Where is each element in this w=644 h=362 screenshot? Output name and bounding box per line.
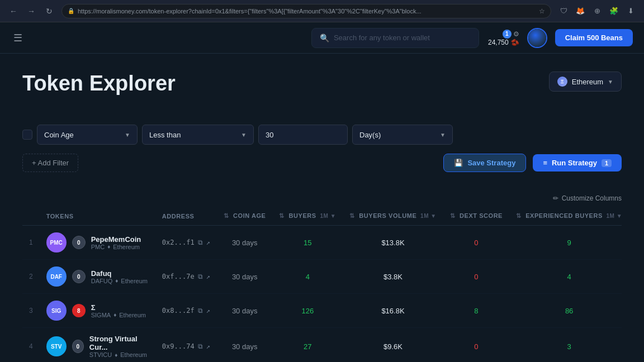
external-link-icon-2[interactable]: ↗ xyxy=(206,307,210,315)
external-link-icon-3[interactable]: ↗ xyxy=(206,342,210,350)
token-chain-0: Ethereum xyxy=(113,244,140,250)
exp-period-filter[interactable]: 1M ▼ xyxy=(606,213,622,219)
claim-button[interactable]: Claim 500 Beans xyxy=(555,29,633,46)
extensions-button[interactable]: 🛡 xyxy=(557,4,570,18)
filter-unit-select[interactable]: Day(s) ▼ xyxy=(352,125,453,145)
browser-actions: 🛡 🦊 ⊕ 🧩 ⬇ xyxy=(557,4,637,18)
nav-right: 1 ⚙ 24,750 🫘 Claim 500 Beans xyxy=(488,28,633,48)
buyers-volume-1: $3.8K xyxy=(343,260,443,294)
buyers-volume-3: $9.6K xyxy=(343,328,443,363)
refresh-button[interactable]: ↻ xyxy=(42,4,56,18)
browser-chrome: ← → ↻ 🔒 https://moralismoney.com/token-e… xyxy=(0,0,644,22)
col-exp-label: EXPERIENCED BUYERS xyxy=(525,212,603,219)
save-strategy-button[interactable]: 💾 Save Strategy xyxy=(443,154,526,172)
col-buyers-label: BUYERS xyxy=(289,212,316,219)
external-link-icon-1[interactable]: ↗ xyxy=(206,273,210,280)
table-row: 1 PMC 0 PepeMemCoin PMC ♦ Ethereum 0x2..… xyxy=(22,226,622,260)
external-link-icon-0[interactable]: ↗ xyxy=(206,239,210,246)
buyers-volume-2: $16.8K xyxy=(343,294,443,328)
token-info-0: PMC 0 PepeMemCoin PMC ♦ Ethereum xyxy=(46,232,149,253)
buyers-period-filter[interactable]: 1M ▼ xyxy=(320,213,336,219)
token-name-0: PepeMemCoin xyxy=(91,235,141,244)
filter-field-select[interactable]: Coin Age ▼ xyxy=(37,125,138,145)
filter-condition-label: Less than xyxy=(149,131,236,139)
col-address: ADDRESS xyxy=(155,207,217,226)
table-row: 2 DAF 0 Dafuq DAFUQ ♦ Ethereum 0xf...7e … xyxy=(22,260,622,294)
address-display-3: 0x9...74 ⧉ ↗ xyxy=(162,342,210,350)
eth-icon-3: ♦ xyxy=(115,352,117,358)
col-num xyxy=(22,207,40,226)
token-name-2: Σ xyxy=(91,303,146,312)
url-bar[interactable]: 🔒 https://moralismoney.com/token-explore… xyxy=(61,4,551,18)
add-filter-button[interactable]: + Add Filter xyxy=(22,154,78,172)
run-strategy-label: Run Strategy xyxy=(552,159,597,167)
buyers-0: 15 xyxy=(272,226,343,260)
exp-buyers-2: 86 xyxy=(509,294,622,328)
buyers-1: 4 xyxy=(272,260,343,294)
profile-button[interactable]: 🦊 xyxy=(574,4,587,18)
table-container: TOKENS ADDRESS ⇅ COIN AGE ⇅ BUYERS 1M xyxy=(22,207,622,362)
exp-buyers-0: 9 xyxy=(509,226,622,260)
filter-condition-select[interactable]: Less than ▼ xyxy=(142,125,254,145)
col-buyers-volume[interactable]: ⇅ BUYERS VOLUME 1M ▼ xyxy=(343,207,443,226)
token-info-1: DAF 0 Dafuq DAFUQ ♦ Ethereum xyxy=(46,266,149,287)
save-icon: 💾 xyxy=(454,159,463,167)
filter-unit-label: Day(s) xyxy=(359,131,435,139)
filter-checkbox[interactable] xyxy=(22,130,32,140)
filter-field-label: Coin Age xyxy=(44,131,120,139)
col-buyers[interactable]: ⇅ BUYERS 1M ▼ xyxy=(272,207,343,226)
filter-field-chevron-icon: ▼ xyxy=(125,132,130,138)
col-coin-age[interactable]: ⇅ COIN AGE xyxy=(217,207,273,226)
row-number-2: 3 xyxy=(22,294,40,328)
coin-age-0: 30 days xyxy=(217,226,273,260)
eth-icon-1: ♦ xyxy=(115,278,118,284)
copy-icon-2[interactable]: ⧉ xyxy=(198,307,203,315)
exp-sort-icon: ⇅ xyxy=(516,212,522,219)
hamburger-menu[interactable]: ☰ xyxy=(11,30,25,46)
copy-icon-3[interactable]: ⧉ xyxy=(198,342,203,350)
buyers-2: 126 xyxy=(272,294,343,328)
copy-icon-1[interactable]: ⧉ xyxy=(198,273,203,280)
token-name-1: Dafuq xyxy=(91,269,148,278)
customize-columns-button[interactable]: ✏ Customize Columns xyxy=(553,194,622,202)
filter-condition-chevron-icon: ▼ xyxy=(241,132,247,138)
dext-score-1: 0 xyxy=(443,260,509,294)
search-icon: 🔍 xyxy=(320,34,329,42)
token-details-1: Dafuq DAFUQ ♦ Ethereum xyxy=(91,269,148,284)
run-strategy-button[interactable]: ≡ Run Strategy 1 xyxy=(533,154,622,172)
chain-chevron-icon: ▼ xyxy=(608,79,613,85)
token-info-2: SIG 8 Σ SIGMA ♦ Ethereum xyxy=(46,301,149,321)
download-button[interactable]: ⬇ xyxy=(624,4,637,18)
col-dext-label: DEXT SCORE xyxy=(460,212,503,219)
search-bar[interactable]: 🔍 Search for any token or wallet xyxy=(311,28,479,48)
filter-value-input[interactable] xyxy=(258,125,348,145)
star-icon[interactable]: ☆ xyxy=(539,7,545,15)
page-title: Token Explorer xyxy=(22,72,176,96)
avatar[interactable] xyxy=(527,28,547,48)
token-cell-0: PMC 0 PepeMemCoin PMC ♦ Ethereum xyxy=(40,226,155,260)
extensions-mgr-button[interactable]: 🧩 xyxy=(607,4,621,18)
coin-age-2: 30 days xyxy=(217,294,273,328)
coin-age-3: 30 days xyxy=(217,328,273,363)
token-cell-3: STV 0 Strong Virtual Cur... STVICU ♦ Eth… xyxy=(40,328,155,363)
chain-selector[interactable]: Ξ Ethereum ▼ xyxy=(549,72,622,92)
col-dext[interactable]: ⇅ DEXT SCORE xyxy=(443,207,509,226)
col-exp-buyers[interactable]: ⇅ EXPERIENCED BUYERS 1M ▼ xyxy=(509,207,622,226)
menu-button[interactable]: ⊕ xyxy=(590,4,604,18)
customize-label: Customize Columns xyxy=(562,194,622,202)
address-cell-2: 0x8...2f ⧉ ↗ xyxy=(155,294,217,328)
copy-icon-0[interactable]: ⧉ xyxy=(198,239,203,246)
notification-icon[interactable]: ⚙ xyxy=(513,30,519,38)
back-button[interactable]: ← xyxy=(7,4,20,18)
customize-icon: ✏ xyxy=(553,194,558,202)
row-number-1: 2 xyxy=(22,260,40,294)
filter-unit-chevron-icon: ▼ xyxy=(440,132,446,138)
forward-button[interactable]: → xyxy=(25,4,38,18)
row-number-0: 1 xyxy=(22,226,40,260)
beans-counter: 1 ⚙ 24,750 🫘 xyxy=(488,30,519,46)
table-body: 1 PMC 0 PepeMemCoin PMC ♦ Ethereum 0x2..… xyxy=(22,226,622,363)
save-strategy-label: Save Strategy xyxy=(467,159,515,167)
run-icon: ≡ xyxy=(543,159,547,167)
buyers-vol-period-filter[interactable]: 1M ▼ xyxy=(420,213,437,219)
token-details-0: PepeMemCoin PMC ♦ Ethereum xyxy=(91,235,141,250)
